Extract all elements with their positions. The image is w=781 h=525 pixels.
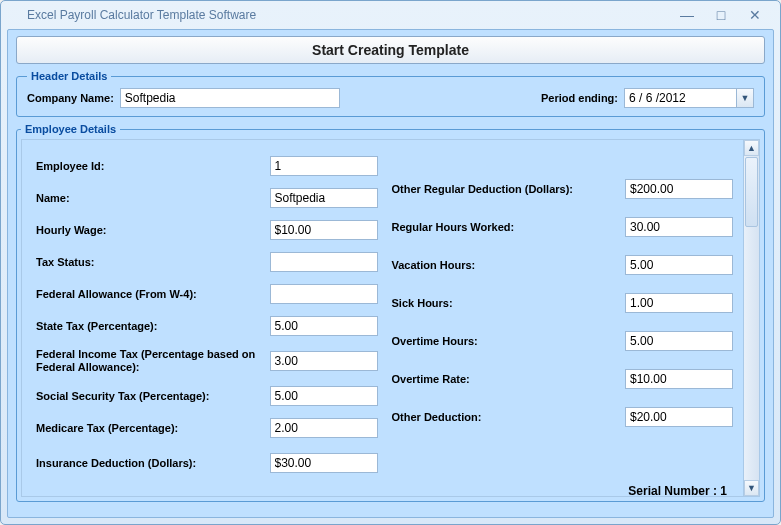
regular-hours-input[interactable]: [625, 217, 733, 237]
federal-allowance-label: Federal Allowance (From W-4):: [36, 288, 270, 301]
row-vacation-hours: Vacation Hours:: [392, 246, 734, 284]
employee-id-input[interactable]: [270, 156, 378, 176]
close-button[interactable]: ✕: [744, 7, 766, 23]
employee-scroll-area: Employee Id: Name: Hourly Wage:: [21, 139, 760, 497]
minimize-button[interactable]: —: [676, 7, 698, 23]
social-security-tax-label: Social Security Tax (Percentage):: [36, 390, 270, 403]
sick-hours-input[interactable]: [625, 293, 733, 313]
period-ending-picker: ▼: [624, 88, 754, 108]
header-row: Company Name: Period ending: ▼: [27, 88, 754, 108]
start-creating-template-button[interactable]: Start Creating Template: [16, 36, 765, 64]
insurance-deduction-input[interactable]: [270, 453, 378, 473]
row-federal-income-tax: Federal Income Tax (Percentage based on …: [36, 342, 378, 380]
employee-details-legend: Employee Details: [21, 123, 120, 135]
overtime-rate-label: Overtime Rate:: [392, 373, 626, 386]
serial-number-label: Serial Number : 1: [36, 482, 733, 498]
federal-allowance-input[interactable]: [270, 284, 378, 304]
row-sick-hours: Sick Hours:: [392, 284, 734, 322]
scroll-up-button[interactable]: ▲: [744, 140, 759, 156]
caret-down-icon: ▼: [747, 483, 756, 493]
row-regular-hours: Regular Hours Worked:: [392, 208, 734, 246]
row-other-regular-deduction: Other Regular Deduction (Dollars):: [392, 170, 734, 208]
period-ending-dropdown-button[interactable]: ▼: [736, 88, 754, 108]
employee-details-group: Employee Details Employee Id: Name:: [16, 123, 765, 502]
company-name-input[interactable]: [120, 88, 340, 108]
caret-up-icon: ▲: [747, 143, 756, 153]
row-tax-status: Tax Status:: [36, 246, 378, 278]
period-ending-label: Period ending:: [541, 92, 618, 104]
regular-hours-label: Regular Hours Worked:: [392, 221, 626, 234]
tax-status-label: Tax Status:: [36, 256, 270, 269]
hourly-wage-label: Hourly Wage:: [36, 224, 270, 237]
insurance-deduction-label: Insurance Deduction (Dollars):: [36, 457, 270, 470]
row-medicare-tax: Medicare Tax (Percentage):: [36, 412, 378, 444]
hourly-wage-input[interactable]: [270, 220, 378, 240]
medicare-tax-label: Medicare Tax (Percentage):: [36, 422, 270, 435]
scroll-down-button[interactable]: ▼: [744, 480, 759, 496]
employee-columns: Employee Id: Name: Hourly Wage:: [36, 150, 733, 482]
state-tax-input[interactable]: [270, 316, 378, 336]
other-deduction-label: Other Deduction:: [392, 411, 626, 424]
employee-content: Employee Id: Name: Hourly Wage:: [21, 139, 744, 497]
overtime-hours-label: Overtime Hours:: [392, 335, 626, 348]
federal-income-tax-label: Federal Income Tax (Percentage based on …: [36, 348, 270, 373]
right-column: Other Regular Deduction (Dollars): Regul…: [392, 150, 734, 482]
social-security-tax-input[interactable]: [270, 386, 378, 406]
window-title: Excel Payroll Calculator Template Softwa…: [9, 8, 676, 22]
name-label: Name:: [36, 192, 270, 205]
app-window: Excel Payroll Calculator Template Softwa…: [0, 0, 781, 525]
row-hourly-wage: Hourly Wage:: [36, 214, 378, 246]
medicare-tax-input[interactable]: [270, 418, 378, 438]
row-overtime-hours: Overtime Hours:: [392, 322, 734, 360]
sick-hours-label: Sick Hours:: [392, 297, 626, 310]
vertical-scrollbar[interactable]: ▲ ▼: [744, 139, 760, 497]
chevron-down-icon: ▼: [741, 93, 750, 103]
row-overtime-rate: Overtime Rate:: [392, 360, 734, 398]
company-name-label: Company Name:: [27, 92, 114, 104]
other-regular-deduction-label: Other Regular Deduction (Dollars):: [392, 183, 626, 196]
titlebar: Excel Payroll Calculator Template Softwa…: [1, 1, 780, 29]
federal-income-tax-input[interactable]: [270, 351, 378, 371]
scroll-thumb[interactable]: [745, 157, 758, 227]
row-state-tax: State Tax (Percentage):: [36, 310, 378, 342]
row-name: Name:: [36, 182, 378, 214]
maximize-button[interactable]: □: [710, 7, 732, 23]
overtime-hours-input[interactable]: [625, 331, 733, 351]
row-social-security-tax: Social Security Tax (Percentage):: [36, 380, 378, 412]
name-input[interactable]: [270, 188, 378, 208]
other-deduction-input[interactable]: [625, 407, 733, 427]
row-employee-id: Employee Id:: [36, 150, 378, 182]
tax-status-input[interactable]: [270, 252, 378, 272]
row-federal-allowance: Federal Allowance (From W-4):: [36, 278, 378, 310]
vacation-hours-label: Vacation Hours:: [392, 259, 626, 272]
vacation-hours-input[interactable]: [625, 255, 733, 275]
row-insurance-deduction: Insurance Deduction (Dollars):: [36, 444, 378, 482]
client-area: Start Creating Template Header Details C…: [7, 29, 774, 518]
header-details-group: Header Details Company Name: Period endi…: [16, 70, 765, 117]
row-other-deduction: Other Deduction:: [392, 398, 734, 436]
other-regular-deduction-input[interactable]: [625, 179, 733, 199]
left-column: Employee Id: Name: Hourly Wage:: [36, 150, 378, 482]
overtime-rate-input[interactable]: [625, 369, 733, 389]
state-tax-label: State Tax (Percentage):: [36, 320, 270, 333]
period-ending-input[interactable]: [624, 88, 736, 108]
employee-id-label: Employee Id:: [36, 160, 270, 173]
header-details-legend: Header Details: [27, 70, 111, 82]
window-buttons: — □ ✕: [676, 7, 772, 23]
